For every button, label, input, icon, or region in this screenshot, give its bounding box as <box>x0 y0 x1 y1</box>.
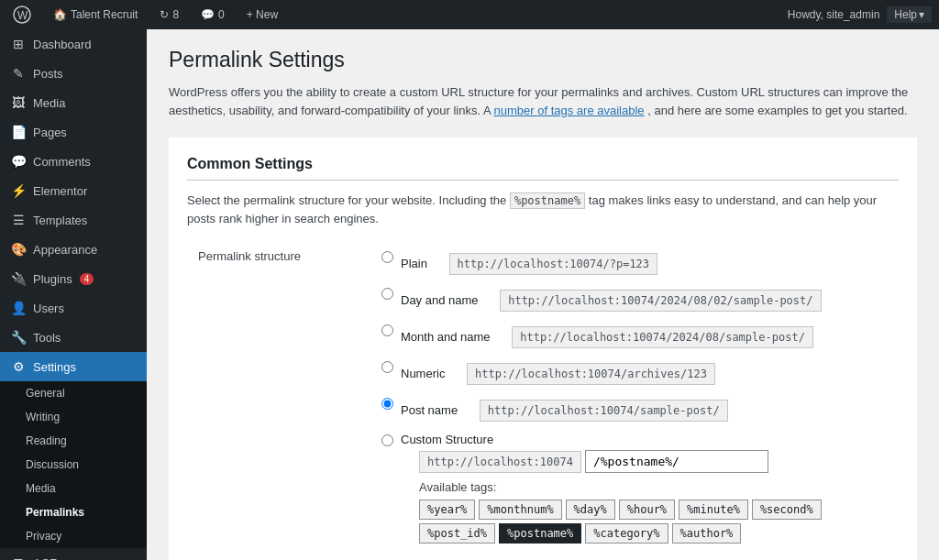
tag-btn-year[interactable]: %year% <box>419 500 475 520</box>
url-preview-month: http://localhost:10074/2024/08/sample-po… <box>512 326 813 348</box>
tag-btn-postname[interactable]: %postname% <box>499 523 581 544</box>
chevron-down-icon: ▾ <box>919 8 924 21</box>
tag-btn-monthnum[interactable]: %monthnum% <box>479 500 561 520</box>
radio-numeric[interactable] <box>381 361 393 373</box>
site-name-link[interactable]: 🏠 Talent Recruit <box>48 0 143 29</box>
sidebar-item-dashboard[interactable]: ⊞Dashboard <box>0 29 147 59</box>
sidebar-label-elementor: Elementor <box>33 184 87 198</box>
wp-logo-link[interactable]: W <box>7 0 37 29</box>
label-numeric[interactable]: Numeric <box>401 367 445 380</box>
available-tags-label: Available tags: <box>419 480 888 494</box>
tag-btn-category[interactable]: %category% <box>585 523 668 544</box>
tag-btn-author[interactable]: %author% <box>672 523 742 544</box>
site-name: Talent Recruit <box>71 8 138 21</box>
label-postname[interactable]: Post name <box>401 403 458 417</box>
dashboard-icon: ⊞ <box>11 37 26 51</box>
label-day[interactable]: Day and name <box>401 293 479 307</box>
radio-day[interactable] <box>381 288 393 300</box>
sidebar-item-tools[interactable]: 🔧Tools <box>0 323 147 352</box>
radio-postname[interactable] <box>381 398 393 410</box>
sidebar-item-elementor[interactable]: ⚡Elementor <box>0 176 147 205</box>
submenu-item-general[interactable]: General <box>0 381 147 405</box>
acf-icon: ⊞ <box>11 555 26 560</box>
sidebar-label-appearance: Appearance <box>33 243 97 257</box>
sidebar-item-posts[interactable]: ✎Posts <box>0 59 147 88</box>
sidebar-label-plugins: Plugins <box>33 272 72 286</box>
sidebar-label-templates: Templates <box>33 214 87 227</box>
posts-icon: ✎ <box>11 66 26 81</box>
new-content-link[interactable]: + New <box>241 0 283 29</box>
sidebar-label-settings: Settings <box>33 360 76 374</box>
available-tags-section: Available tags: %year%%monthnum%%day%%ho… <box>419 480 888 544</box>
sidebar-label-tools: Tools <box>33 331 61 345</box>
submenu-item-discussion[interactable]: Discussion <box>0 453 147 477</box>
radio-option-numeric: Numeric http://localhost:10074/archives/… <box>381 359 888 385</box>
sidebar-label-posts: Posts <box>33 67 63 81</box>
label-month[interactable]: Month and name <box>401 330 491 344</box>
sidebar-label-comments: Comments <box>33 155 91 169</box>
sidebar-item-comments[interactable]: 💬Comments <box>0 147 147 176</box>
permalink-structure-row: Permalink structure Plain http://localho… <box>187 242 899 560</box>
postname-tag-code: %postname% <box>510 192 585 209</box>
sidebar-item-templates[interactable]: ☰Templates <box>0 205 147 235</box>
sidebar-item-plugins[interactable]: 🔌Plugins4 <box>0 264 147 293</box>
radio-month[interactable] <box>381 324 393 336</box>
sidebar-item-appearance[interactable]: 🎨Appearance <box>0 235 147 264</box>
submenu-item-reading[interactable]: Reading <box>0 429 147 453</box>
radio-plain[interactable] <box>381 251 393 263</box>
radio-option-plain: Plain http://localhost:10074/?p=123 <box>381 249 888 275</box>
tag-btn-minute[interactable]: %minute% <box>679 500 748 520</box>
sidebar-item-acf[interactable]: ⊞ACF <box>0 548 147 560</box>
structure-label: Permalink structure <box>187 242 370 560</box>
sidebar-label-pages: Pages <box>33 126 67 139</box>
submenu-item-media[interactable]: Media <box>0 477 147 500</box>
sidebar-item-users[interactable]: 👤Users <box>0 293 147 323</box>
tag-btn-second[interactable]: %second% <box>752 500 822 520</box>
custom-url-input[interactable] <box>585 450 768 473</box>
tags-link[interactable]: number of tags are available <box>494 104 645 117</box>
refresh-icon: ↻ <box>160 8 169 21</box>
radio-custom[interactable] <box>381 434 393 446</box>
radio-options-cell: Plain http://localhost:10074/?p=123 Day … <box>370 242 899 560</box>
sidebar-label-dashboard: Dashboard <box>33 38 92 51</box>
elementor-icon: ⚡ <box>11 183 26 198</box>
tags-list: %year%%monthnum%%day%%hour%%minute%%seco… <box>419 500 888 544</box>
svg-text:W: W <box>17 9 28 22</box>
appearance-icon: 🎨 <box>11 242 26 257</box>
label-plain[interactable]: Plain <box>401 257 427 270</box>
sidebar-item-settings[interactable]: ⚙Settings <box>0 352 147 381</box>
submenu-item-permalinks[interactable]: Permalinks <box>0 500 147 524</box>
comment-icon: 💬 <box>201 8 215 21</box>
tag-btn-post_id[interactable]: %post_id% <box>419 523 495 544</box>
sidebar-label-users: Users <box>33 302 64 315</box>
url-preview-numeric: http://localhost:10074/archives/123 <box>467 363 715 385</box>
radio-option-postname: Post name http://localhost:10074/sample-… <box>381 396 888 422</box>
sidebar-label-media: Media <box>33 96 65 110</box>
users-icon: 👤 <box>11 301 26 315</box>
settings-icon: ⚙ <box>11 359 26 374</box>
sidebar-item-pages[interactable]: 📄Pages <box>0 117 147 147</box>
updates-link[interactable]: ↻ 8 <box>154 0 184 29</box>
radio-option-custom: Custom Structure http://localhost:10074 … <box>381 433 888 544</box>
comments-link[interactable]: 💬 0 <box>195 0 230 29</box>
templates-icon: ☰ <box>11 213 26 227</box>
media-icon: 🖼 <box>11 95 26 110</box>
help-button[interactable]: Help ▾ <box>887 6 932 23</box>
page-title: Permalink Settings <box>169 48 917 72</box>
sidebar-item-media[interactable]: 🖼Media <box>0 88 147 117</box>
tag-btn-hour[interactable]: %hour% <box>619 500 675 520</box>
submenu-item-writing[interactable]: Writing <box>0 405 147 429</box>
plugins-icon: 🔌 <box>11 271 26 286</box>
url-preview-postname: http://localhost:10074/sample-post/ <box>480 400 728 422</box>
tag-btn-day[interactable]: %day% <box>566 500 615 520</box>
custom-url-row: http://localhost:10074 <box>419 450 888 473</box>
label-custom[interactable]: Custom Structure <box>401 433 493 446</box>
submenu-item-privacy[interactable]: Privacy <box>0 524 147 548</box>
howdy-text: Howdy, site_admin <box>788 8 880 21</box>
radio-option-day: Day and name http://localhost:10074/2024… <box>381 286 888 312</box>
plugins-badge: 4 <box>80 273 94 285</box>
select-note: Select the permalink structure for your … <box>187 192 899 227</box>
comments-icon: 💬 <box>11 154 26 169</box>
intro-paragraph: WordPress offers you the ability to crea… <box>169 83 917 119</box>
sidebar: ⊞Dashboard✎Posts🖼Media📄Pages💬Comments⚡El… <box>0 29 147 560</box>
